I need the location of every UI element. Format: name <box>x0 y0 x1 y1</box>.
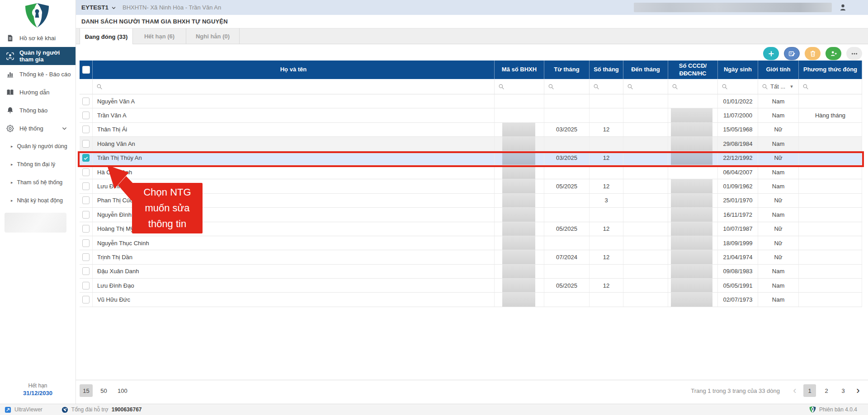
cell-den <box>623 179 668 193</box>
account-dropdown[interactable]: EYTEST1 <box>81 4 116 11</box>
row-checkbox[interactable] <box>82 140 90 148</box>
filter-cell-name[interactable] <box>93 79 495 94</box>
row-checkbox[interactable] <box>82 182 90 190</box>
page-button-1[interactable]: 1 <box>803 384 816 397</box>
table-row[interactable]: Hoàng Văn An29/08/1984Nam <box>80 137 862 151</box>
cell-name: Trịnh Thị Dần <box>93 250 495 264</box>
sidebar-item-1[interactable]: Quản lý người tham gia <box>0 47 75 65</box>
column-header-cccd[interactable]: Số CCCD/ ĐĐCN/HC <box>668 61 718 79</box>
caret-down-icon[interactable]: ▾ <box>790 84 793 89</box>
table-row[interactable]: Trần Thị Thúy An03/20251222/12/1992Nữ <box>80 151 862 165</box>
cell-ms <box>495 194 544 207</box>
row-checkbox[interactable] <box>82 267 90 275</box>
user-icon[interactable] <box>839 3 847 12</box>
page-button-3[interactable]: 3 <box>837 384 849 397</box>
row-checkbox[interactable] <box>82 126 90 133</box>
cell-ms <box>495 236 544 250</box>
sidebar-subitem-1[interactable]: ▸Thông tin đại lý <box>0 155 75 173</box>
sidebar-item-3[interactable]: Hướng dẫn <box>0 83 75 101</box>
column-header-den[interactable]: Đến tháng <box>623 61 668 79</box>
column-header-gt[interactable]: Giới tính <box>758 61 799 79</box>
row-checkbox[interactable] <box>82 225 90 233</box>
table-row[interactable]: Thân Thị Ái03/20251215/05/1968Nữ <box>80 123 862 137</box>
toolbar-export-person-button[interactable] <box>826 47 841 60</box>
toolbar-more-button[interactable] <box>846 47 862 60</box>
sidebar-item-5[interactable]: Hệ thống <box>0 119 75 137</box>
table-row[interactable]: Lưu Đình Đạo05/20251205/05/1991Nam <box>80 279 862 293</box>
cell-ns: 16/11/1972 <box>718 208 758 221</box>
page-size-100[interactable]: 100 <box>115 384 130 397</box>
redacted-value <box>671 250 712 264</box>
sidebar-item-4[interactable]: Thông báo <box>0 101 75 119</box>
tab-1[interactable]: Hết hạn (6) <box>133 28 186 44</box>
column-header-so[interactable]: Số tháng <box>590 61 623 79</box>
column-header-name[interactable]: Họ và tên <box>93 61 495 79</box>
page-size-50[interactable]: 50 <box>97 384 110 397</box>
tab-2[interactable]: Nghỉ hẳn (0) <box>186 28 240 44</box>
filter-cell-tu[interactable] <box>544 79 590 94</box>
guide-icon <box>6 89 14 96</box>
column-header-pt[interactable]: Phương thức đóng <box>799 61 862 79</box>
page-size-15[interactable]: 15 <box>80 384 93 397</box>
row-checkbox[interactable] <box>82 154 90 162</box>
filter-cell-ns[interactable] <box>718 79 758 94</box>
cell-den <box>623 208 668 221</box>
triangle-bullet-icon: ▸ <box>11 144 13 149</box>
row-checkbox[interactable] <box>82 196 90 204</box>
row-checkbox-cell <box>80 265 93 278</box>
filter-cell-ms[interactable] <box>495 79 544 94</box>
row-checkbox[interactable] <box>82 98 90 105</box>
cell-gt: Nữ <box>758 222 799 236</box>
tab-0[interactable]: Đang đóng (33) <box>80 28 133 45</box>
sidebar-item-label: Hệ thống <box>19 125 43 132</box>
sidebar-item-0[interactable]: Hồ sơ kê khai <box>0 29 75 47</box>
column-header-ns[interactable]: Ngày sinh <box>718 61 758 79</box>
filter-cell-den[interactable] <box>623 79 668 94</box>
table-row[interactable]: Vũ Hữu Đức02/07/1973Nam <box>80 293 862 307</box>
next-page-button[interactable]: › <box>854 385 863 396</box>
triangle-bullet-icon: ▸ <box>11 180 13 185</box>
row-checkbox[interactable] <box>82 253 90 261</box>
row-checkbox[interactable] <box>82 168 90 176</box>
row-checkbox-cell <box>80 222 93 236</box>
prev-page-button[interactable]: ‹ <box>790 385 799 396</box>
row-checkbox[interactable] <box>82 112 90 119</box>
column-header-ms[interactable]: Mã số BHXH <box>495 61 544 79</box>
cell-ms <box>495 222 544 236</box>
row-checkbox[interactable] <box>82 211 90 219</box>
table-row[interactable]: Hà Công Anh06/04/2007Nam <box>80 165 862 179</box>
toolbar-delete-button[interactable] <box>805 47 821 60</box>
page-button-2[interactable]: 2 <box>820 384 833 397</box>
table-row[interactable]: Trần Văn A11/07/2000NamHàng tháng <box>80 108 862 122</box>
cell-ms <box>495 137 544 150</box>
sidebar-item-2[interactable]: Thống kê - Báo cáo <box>0 65 75 83</box>
cell-ms <box>495 293 544 306</box>
table-row[interactable]: Nguyễn Văn A01/01/2022Nam <box>80 94 862 108</box>
ultraviewer-icon <box>5 406 11 413</box>
redacted-value <box>502 236 535 250</box>
table-row[interactable]: Đậu Xuân Danh09/08/1983Nam <box>80 265 862 279</box>
table-row[interactable]: Trịnh Thị Dần07/20241221/04/1974Nữ <box>80 250 862 264</box>
row-checkbox-cell <box>80 236 93 250</box>
table-row[interactable]: Nguyễn Thục Chinh18/09/1999Nữ <box>80 236 862 250</box>
row-checkbox[interactable] <box>82 239 90 247</box>
filter-cell-so[interactable] <box>590 79 623 94</box>
row-checkbox-cell <box>80 108 93 122</box>
cell-den <box>623 265 668 278</box>
sidebar-subitem-0[interactable]: ▸Quản lý người dùng <box>0 137 75 155</box>
filter-cell-cccd[interactable] <box>668 79 718 94</box>
filter-cell-pt[interactable] <box>799 79 862 94</box>
toolbar-edit-button[interactable] <box>784 47 800 60</box>
filter-cell-gt[interactable]: Tất ...▾ <box>758 79 799 94</box>
row-checkbox[interactable] <box>82 296 90 303</box>
toolbar-add-button[interactable] <box>763 47 779 60</box>
sidebar-subitem-3[interactable]: ▸Nhật ký hoạt động <box>0 191 75 210</box>
sidebar-subitem-2[interactable]: ▸Tham số hệ thống <box>0 173 75 191</box>
ultraviewer-link[interactable]: UltraViewer <box>5 406 42 413</box>
row-checkbox[interactable] <box>82 282 90 289</box>
cell-gt: Nữ <box>758 123 799 136</box>
column-header-tu[interactable]: Từ tháng <box>544 61 590 79</box>
cell-den <box>623 250 668 264</box>
redacted-value <box>671 293 712 306</box>
select-all-checkbox[interactable] <box>82 66 90 74</box>
